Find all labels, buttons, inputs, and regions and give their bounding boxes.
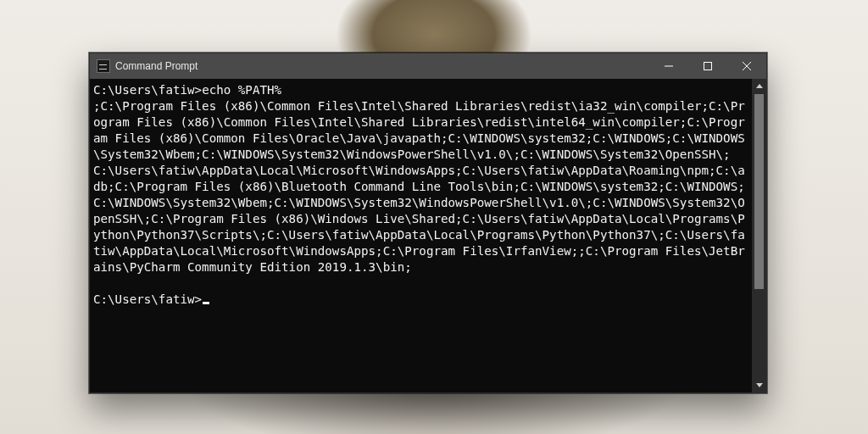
desktop-background: Command Prompt C:\Users\fatiw>echo %PATH… — [0, 0, 868, 434]
close-icon — [743, 62, 751, 70]
client-area: C:\Users\fatiw>echo %PATH% ;C:\Program F… — [90, 79, 766, 392]
vertical-scrollbar[interactable] — [752, 79, 766, 392]
minimize-button[interactable] — [649, 53, 688, 79]
command-text: echo %PATH% — [202, 83, 281, 97]
prompt-1: C:\Users\fatiw>echo %PATH% — [93, 83, 281, 97]
terminal-output[interactable]: C:\Users\fatiw>echo %PATH% ;C:\Program F… — [90, 79, 752, 392]
window-title: Command Prompt — [115, 60, 198, 72]
svg-rect-1 — [704, 63, 712, 70]
scroll-up-button[interactable] — [752, 79, 766, 93]
maximize-icon — [704, 62, 712, 70]
prompt-2: C:\Users\fatiw> — [93, 292, 209, 306]
cmd-icon — [97, 59, 110, 73]
scroll-thumb[interactable] — [754, 94, 764, 289]
window-controls — [649, 53, 766, 79]
minimize-icon — [665, 62, 673, 70]
title-bar[interactable]: Command Prompt — [90, 53, 766, 79]
command-prompt-window: Command Prompt C:\Users\fatiw>echo %PATH… — [89, 53, 767, 393]
maximize-button[interactable] — [688, 53, 727, 79]
text-cursor — [203, 302, 209, 304]
path-output: ;C:\Program Files (x86)\Common Files\Int… — [93, 99, 745, 274]
close-button[interactable] — [727, 53, 766, 79]
scroll-down-button[interactable] — [752, 378, 766, 392]
prompt-prefix: C:\Users\fatiw> — [93, 83, 202, 97]
prompt-prefix: C:\Users\fatiw> — [93, 292, 202, 306]
